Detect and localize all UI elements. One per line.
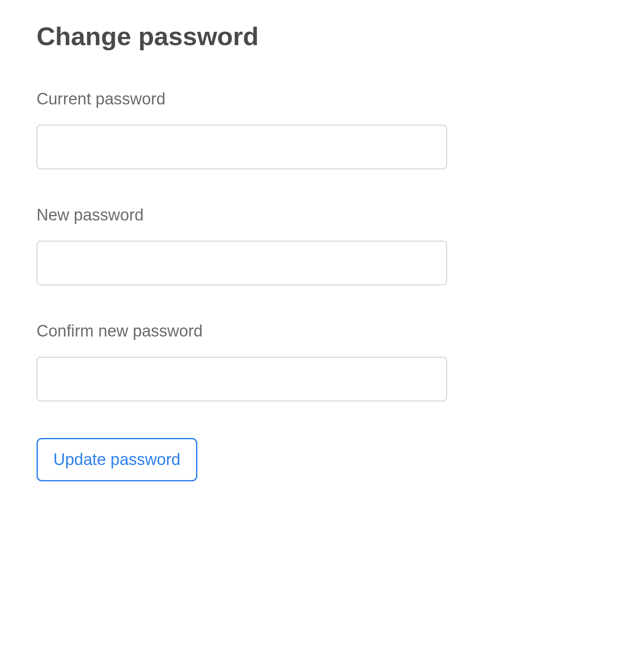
current-password-label: Current password xyxy=(37,90,607,108)
change-password-form: Current password New password Confirm ne… xyxy=(37,90,607,481)
current-password-input[interactable] xyxy=(37,125,447,169)
form-group-confirm-password: Confirm new password xyxy=(37,322,607,401)
update-password-button[interactable]: Update password xyxy=(37,438,197,481)
page-title: Change password xyxy=(37,21,607,51)
form-group-current-password: Current password xyxy=(37,90,607,169)
confirm-password-input[interactable] xyxy=(37,357,447,401)
form-group-new-password: New password xyxy=(37,206,607,285)
new-password-input[interactable] xyxy=(37,241,447,285)
new-password-label: New password xyxy=(37,206,607,224)
confirm-password-label: Confirm new password xyxy=(37,322,607,340)
